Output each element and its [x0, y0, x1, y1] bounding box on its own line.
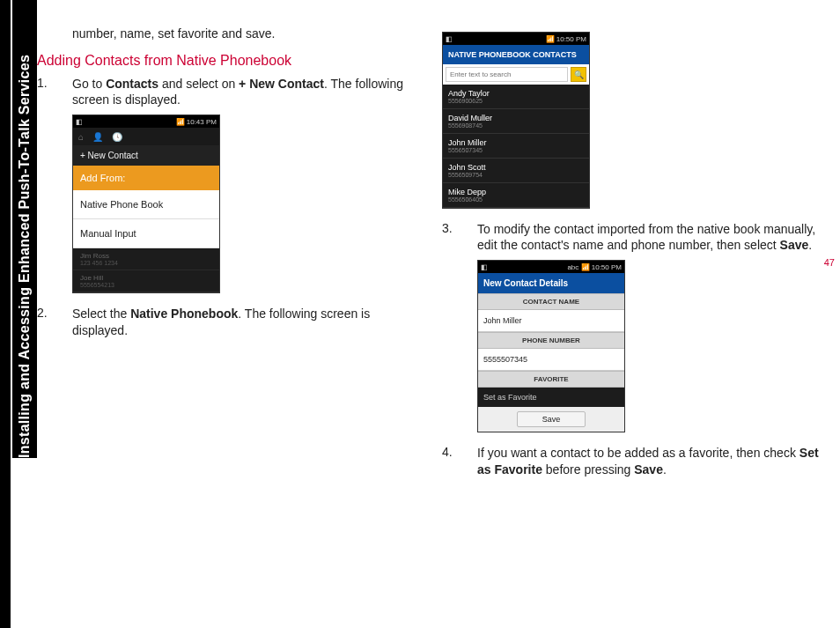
- dim-contact-1: Jim Ross 123 456 1234: [73, 248, 219, 270]
- save-bar: Save: [478, 407, 624, 432]
- contact-row: David Muller5556908745: [443, 109, 589, 134]
- contact-row: John Miller5556507345: [443, 134, 589, 159]
- contact-number: 5556506405: [448, 196, 584, 203]
- signal-icon: abc 📶: [567, 263, 591, 271]
- tab-bar: ⌂ 👤 🕓: [73, 128, 219, 145]
- set-as-favorite-row[interactable]: Set as Favorite: [478, 388, 624, 407]
- step-4: 4. If you want a contact to be added as …: [442, 445, 821, 477]
- intro-text: number, name, set favorite and save.: [72, 26, 416, 41]
- contact-name: Mike Depp: [448, 188, 584, 196]
- t: If you want a contact to be added as a f…: [477, 446, 799, 460]
- signal-icon: 📶: [546, 35, 556, 43]
- bold: Contacts: [106, 77, 158, 91]
- page-content: number, name, set favorite and save. Add…: [37, 26, 829, 484]
- t: .: [663, 462, 667, 477]
- contact-row: Mike Depp5556506405: [443, 183, 589, 208]
- bold: Native Phonebook: [130, 307, 238, 321]
- t: before pressing: [542, 462, 634, 477]
- figure-contact-list: ◧ 📶 10:50 PM NATIVE PHONEBOOK CONTACTS 🔍…: [442, 32, 821, 209]
- step-2: 2. Select the Native Phonebook. The foll…: [37, 306, 416, 337]
- history-icon: 🕓: [112, 132, 122, 142]
- margin-band: [0, 0, 11, 628]
- t: .: [808, 238, 812, 252]
- figure-new-contact-details: ◧ abc 📶 10:50 PM New Contact Details CON…: [477, 260, 821, 432]
- step-number: 1.: [37, 76, 72, 107]
- contact-row: Andy Taylor5556900625: [443, 85, 589, 109]
- contact-name: Andy Taylor: [448, 89, 584, 98]
- search-input[interactable]: [446, 67, 568, 82]
- phone-mock-2: ◧ 📶 10:50 PM NATIVE PHONEBOOK CONTACTS 🔍…: [442, 32, 590, 209]
- label-favorite: FAVORITE: [478, 371, 624, 388]
- status-right: 📶 10:50 PM: [546, 35, 586, 43]
- ph: 5556554213: [80, 282, 212, 288]
- home-icon: ⌂: [78, 132, 84, 142]
- step-body: Go to Contacts and select on + New Conta…: [72, 76, 416, 107]
- step-number: 2.: [37, 306, 72, 337]
- ph: 123 456 1234: [80, 260, 212, 266]
- figure-add-from: ◧ 📶 10:43 PM ⌂ 👤 🕓 + New Contact Add Fro…: [72, 115, 416, 293]
- phone-mock-1: ◧ 📶 10:43 PM ⌂ 👤 🕓 + New Contact Add Fro…: [72, 115, 220, 293]
- contact-number: 5556900625: [448, 98, 584, 104]
- add-from-header: Add From:: [73, 166, 219, 190]
- screen-title: NATIVE PHONEBOOK CONTACTS: [443, 45, 589, 64]
- label-contact-name: CONTACT NAME: [478, 293, 624, 310]
- contacts-icon: 👤: [92, 132, 103, 142]
- t: Select the: [72, 307, 130, 321]
- search-icon: 🔍: [574, 70, 584, 79]
- screen-title: New Contact Details: [478, 273, 624, 293]
- step-body: To modify the contact imported from the …: [477, 221, 821, 253]
- search-row: 🔍: [443, 64, 589, 85]
- section-running-head: Installing and Accessing Enhanced Push-T…: [12, 0, 37, 458]
- contact-number: 5556908745: [448, 122, 584, 129]
- step-body: Select the Native Phonebook. The followi…: [72, 306, 416, 337]
- bold: Save: [780, 238, 809, 252]
- clock: 10:50 PM: [556, 35, 586, 43]
- right-column: ◧ 📶 10:50 PM NATIVE PHONEBOOK CONTACTS 🔍…: [442, 26, 821, 484]
- contact-name: David Muller: [448, 114, 584, 122]
- label-phone-number: PHONE NUMBER: [478, 332, 624, 349]
- step-body: If you want a contact to be added as a f…: [477, 445, 821, 477]
- dim-contact-2: Joe Hill 5556554213: [73, 270, 219, 292]
- signal-icon: 📶: [176, 118, 187, 126]
- step-1: 1. Go to Contacts and select on + New Co…: [37, 76, 416, 107]
- phone-mock-3: ◧ abc 📶 10:50 PM New Contact Details CON…: [477, 260, 625, 432]
- bold: + New Contact: [239, 77, 324, 91]
- field-contact-name[interactable]: John Miller: [478, 310, 624, 332]
- page-number: 47: [824, 257, 835, 268]
- contact-name: John Scott: [448, 163, 584, 172]
- t: Go to: [72, 77, 106, 91]
- t: To modify the contact imported from the …: [477, 222, 815, 252]
- status-right: abc 📶 10:50 PM: [567, 263, 622, 271]
- clock: 10:50 PM: [592, 263, 622, 271]
- contact-name: John Miller: [448, 138, 584, 147]
- step-3: 3. To modify the contact imported from t…: [442, 221, 821, 253]
- search-button[interactable]: 🔍: [571, 67, 586, 82]
- t: and select on: [158, 77, 239, 91]
- status-icons: ◧: [446, 35, 453, 43]
- contact-row: John Scott5556509754: [443, 159, 589, 183]
- new-contact-row: + New Contact: [73, 145, 219, 166]
- status-bar: ◧ 📶 10:43 PM: [73, 115, 219, 128]
- left-column: number, name, set favorite and save. Add…: [37, 26, 416, 484]
- step-number: 3.: [442, 221, 477, 253]
- option-native-phonebook: Native Phone Book: [73, 190, 219, 219]
- section-title: Adding Contacts from Native Phonebook: [37, 53, 416, 69]
- status-right: 📶 10:43 PM: [176, 118, 217, 126]
- status-bar: ◧ 📶 10:50 PM: [443, 33, 589, 45]
- clock: 10:43 PM: [187, 118, 217, 126]
- status-icons: ◧: [481, 263, 489, 271]
- contact-number: 5556507345: [448, 147, 584, 153]
- save-button[interactable]: Save: [517, 411, 586, 427]
- status-icons: ◧: [76, 118, 84, 126]
- bold: Save: [634, 462, 663, 477]
- option-manual-input: Manual Input: [73, 219, 219, 248]
- contact-number: 5556509754: [448, 172, 584, 178]
- step-number: 4.: [442, 445, 477, 477]
- status-bar: ◧ abc 📶 10:50 PM: [478, 261, 624, 273]
- field-phone-number[interactable]: 5555507345: [478, 349, 624, 371]
- nm: Joe Hill: [80, 274, 212, 282]
- nm: Jim Ross: [80, 252, 212, 260]
